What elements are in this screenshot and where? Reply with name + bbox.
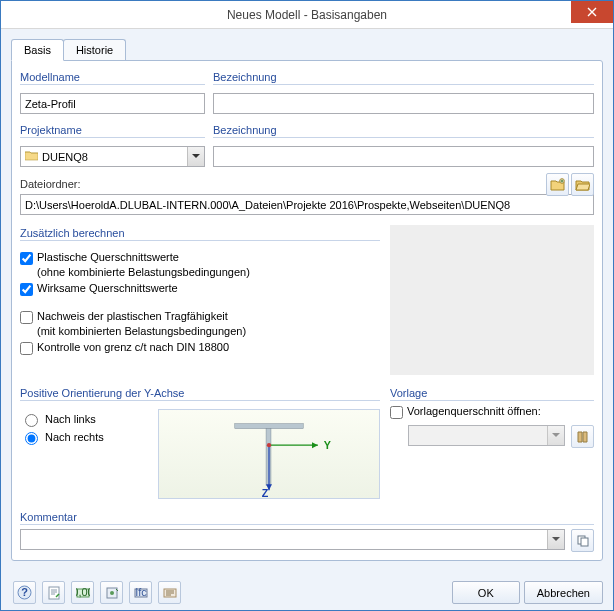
help-icon: ? bbox=[17, 585, 32, 600]
new-folder-icon bbox=[550, 178, 565, 191]
radio-links-label: Nach links bbox=[45, 413, 96, 425]
label-projektname: Projektname bbox=[20, 122, 205, 138]
check-nachweis[interactable]: Nachweis der plastischen Tragfähigkeit bbox=[20, 310, 380, 324]
open-folder-button[interactable] bbox=[571, 173, 594, 196]
vorlage-combo[interactable] bbox=[408, 425, 565, 448]
new-folder-button[interactable] bbox=[546, 173, 569, 196]
radio-rechts-label: Nach rechts bbox=[45, 431, 104, 443]
check-vorlage-label: Vorlagenquerschnitt öffnen: bbox=[407, 405, 541, 417]
modellname-input[interactable] bbox=[20, 93, 205, 114]
radio-links-input[interactable] bbox=[25, 414, 38, 427]
check-plastisch-sub: (ohne kombinierte Belastungsbedingungen) bbox=[20, 266, 380, 278]
chevron-down-icon bbox=[547, 530, 564, 549]
button-row: ? 0,00 Ifc OK Abbrechen bbox=[1, 575, 613, 610]
kommentar-combo[interactable] bbox=[20, 529, 565, 552]
close-button[interactable] bbox=[571, 1, 613, 23]
check-wirksam-label: Wirksame Querschnittswerte bbox=[37, 282, 178, 294]
library-button[interactable] bbox=[571, 425, 594, 448]
svg-text:0,00: 0,00 bbox=[76, 586, 90, 598]
options-icon bbox=[163, 586, 177, 600]
note-button[interactable] bbox=[42, 581, 65, 604]
svg-rect-7 bbox=[581, 538, 588, 546]
label-zusaetzlich: Zusätzlich berechnen bbox=[20, 225, 380, 241]
axis-diagram: Y Z bbox=[158, 409, 380, 499]
window-title: Neues Modell - Basisangaben bbox=[227, 8, 387, 22]
cancel-button[interactable]: Abbrechen bbox=[524, 581, 603, 604]
units-icon: 0,00 bbox=[76, 586, 90, 600]
tab-panel: Modellname Bezeichnung Projektname Bezei… bbox=[11, 60, 603, 561]
svg-text:?: ? bbox=[21, 586, 28, 598]
svg-rect-1 bbox=[235, 424, 303, 429]
note-icon bbox=[47, 586, 61, 600]
tabstrip: Basis Historie bbox=[11, 39, 603, 61]
units-button-1[interactable]: 0,00 bbox=[71, 581, 94, 604]
tab-historie[interactable]: Historie bbox=[63, 39, 126, 61]
tab-basis[interactable]: Basis bbox=[11, 39, 64, 61]
copy-icon bbox=[576, 534, 590, 548]
label-kommentar: Kommentar bbox=[20, 509, 594, 525]
label-bezeichnung-2: Bezeichnung bbox=[213, 122, 594, 138]
label-bezeichnung-1: Bezeichnung bbox=[213, 69, 594, 85]
help-button[interactable]: ? bbox=[13, 581, 36, 604]
check-kontrolle[interactable]: Kontrolle von grenz c/t nach DIN 18800 bbox=[20, 341, 380, 355]
projektname-combo[interactable]: DUENQ8 bbox=[20, 146, 205, 167]
check-vorlage-box[interactable] bbox=[390, 406, 403, 419]
dialog-window: Neues Modell - Basisangaben Basis Histor… bbox=[0, 0, 614, 611]
chevron-down-icon bbox=[547, 426, 564, 445]
projektname-value: DUENQ8 bbox=[42, 151, 88, 163]
check-nachweis-label: Nachweis der plastischen Tragfähigkeit bbox=[37, 310, 228, 322]
check-wirksam[interactable]: Wirksame Querschnittswerte bbox=[20, 282, 380, 296]
folder-icon bbox=[25, 150, 38, 163]
check-plastisch-box[interactable] bbox=[20, 252, 33, 265]
chevron-down-icon bbox=[187, 147, 204, 166]
axis-y-label: Y bbox=[324, 439, 331, 451]
check-kontrolle-box[interactable] bbox=[20, 342, 33, 355]
svg-text:Ifc: Ifc bbox=[135, 586, 147, 598]
ok-button[interactable]: OK bbox=[452, 581, 520, 604]
label-yachse: Positive Orientierung der Y-Achse bbox=[20, 385, 380, 401]
dateiordner-input[interactable] bbox=[20, 194, 594, 215]
check-nachweis-box[interactable] bbox=[20, 311, 33, 324]
label-modellname: Modellname bbox=[20, 69, 205, 85]
preview-placeholder bbox=[390, 225, 594, 375]
check-plastisch-label: Plastische Querschnittswerte bbox=[37, 251, 179, 263]
check-plastisch[interactable]: Plastische Querschnittswerte bbox=[20, 251, 380, 265]
svg-rect-10 bbox=[49, 587, 59, 599]
client-area: Basis Historie Modellname Bezeichnung Pr… bbox=[1, 29, 613, 569]
units-button-4[interactable] bbox=[158, 581, 181, 604]
check-kontrolle-label: Kontrolle von grenz c/t nach DIN 18800 bbox=[37, 341, 229, 353]
check-vorlage[interactable]: Vorlagenquerschnitt öffnen: bbox=[390, 405, 594, 419]
svg-point-5 bbox=[267, 443, 271, 447]
radio-links[interactable]: Nach links bbox=[20, 411, 150, 427]
units-button-2[interactable] bbox=[100, 581, 123, 604]
copy-comment-button[interactable] bbox=[571, 529, 594, 552]
axis-z-label: Z bbox=[262, 487, 269, 498]
units-button-3[interactable]: Ifc bbox=[129, 581, 152, 604]
check-wirksam-box[interactable] bbox=[20, 283, 33, 296]
radio-rechts-input[interactable] bbox=[25, 432, 38, 445]
check-nachweis-sub: (mit kombinierten Belastungsbedingungen) bbox=[20, 325, 380, 337]
open-folder-icon bbox=[575, 178, 590, 191]
radio-rechts[interactable]: Nach rechts bbox=[20, 429, 150, 445]
close-icon bbox=[587, 7, 597, 17]
library-icon bbox=[576, 430, 590, 444]
titlebar: Neues Modell - Basisangaben bbox=[1, 1, 613, 29]
settings-icon bbox=[105, 586, 119, 600]
ifc-icon: Ifc bbox=[134, 586, 148, 600]
model-bezeichnung-input[interactable] bbox=[213, 93, 594, 114]
label-vorlage: Vorlage bbox=[390, 385, 594, 401]
svg-point-14 bbox=[110, 591, 114, 595]
projekt-bezeichnung-input[interactable] bbox=[213, 146, 594, 167]
label-dateiordner: Dateiordner: bbox=[20, 175, 594, 192]
